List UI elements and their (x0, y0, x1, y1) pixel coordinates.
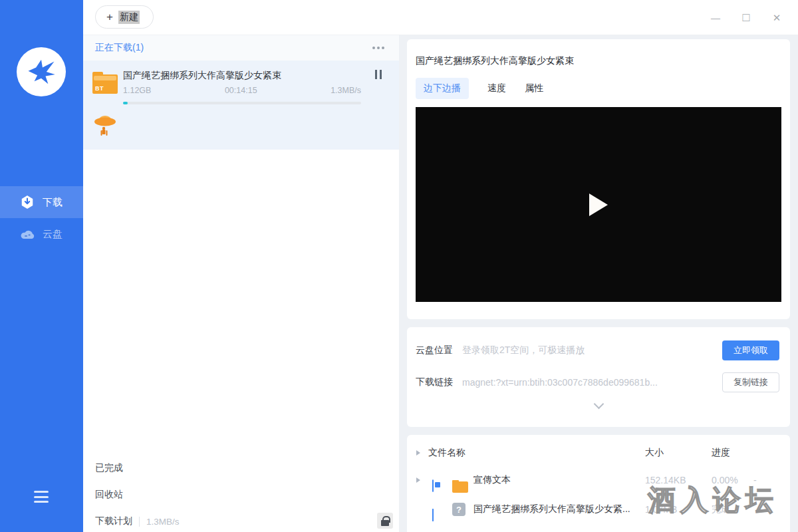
cloud-icon (20, 227, 35, 241)
maximize-icon[interactable] (739, 11, 753, 25)
download-link-label: 下载链接 (416, 376, 453, 388)
file-list-header: 文件名称 大小 进度 (407, 442, 790, 464)
app-logo (17, 47, 66, 96)
task-speed: 1.3MB/s (331, 86, 361, 95)
file-checkbox[interactable] (432, 509, 434, 521)
triangle-right-icon[interactable] (416, 477, 420, 483)
sidebar-item-recycle-bin[interactable]: 回收站 (95, 489, 123, 501)
file-extra: - (753, 475, 757, 485)
sidebar-item-download[interactable]: 下载 (0, 186, 83, 218)
task-progress-bar (123, 102, 361, 104)
hamburger-menu-icon[interactable] (34, 491, 49, 503)
tab-properties[interactable]: 属性 (525, 78, 543, 99)
file-size: 1.07MB (645, 504, 677, 515)
file-list-card: 文件名称 大小 进度 宣傳文本 152.14KB 0.00% - 国产绳艺捆绑系… (407, 435, 790, 532)
file-name: 国产绳艺捆绑系列大作高擎版少女紧... (473, 503, 630, 515)
file-progress: 0.00% (712, 475, 738, 485)
magnet-link-value: magnet:?xt=urn:btih:03c007c7886de099681b… (462, 377, 658, 388)
sidebar-item-cloud[interactable]: 云盘 (0, 218, 83, 250)
file-row-folder[interactable]: 宣傳文本 152.14KB 0.00% - (407, 466, 790, 495)
detail-tabs: 边下边播 速度 属性 (416, 78, 781, 99)
info-card: 云盘位置 登录领取2T空间，可极速播放 立即领取 下载链接 magnet:?xt… (407, 327, 790, 427)
column-file-name: 文件名称 (428, 447, 466, 459)
sidebar: 下载 云盘 (0, 0, 83, 532)
column-size: 大小 (645, 447, 664, 459)
column-progress: 进度 (712, 447, 730, 459)
ufo-icon[interactable] (92, 111, 118, 138)
minimize-icon[interactable] (709, 11, 722, 25)
file-size: 152.14KB (645, 475, 686, 485)
tab-play-while-download[interactable]: 边下边播 (416, 78, 469, 99)
chevron-down-icon (593, 399, 604, 410)
task-progress-fill (123, 102, 128, 104)
cloud-location-label: 云盘位置 (416, 344, 453, 356)
window-controls (709, 0, 783, 35)
task-time-left: 00:14:15 (225, 86, 257, 95)
ellipsis-icon[interactable] (372, 47, 384, 49)
task-size: 1.12GB (123, 86, 151, 95)
hummingbird-logo-icon (24, 55, 59, 89)
file-checkbox[interactable] (432, 479, 434, 492)
cloud-location-row: 云盘位置 登录领取2T空间，可极速播放 立即领取 (416, 340, 779, 360)
plus-icon (106, 11, 113, 24)
sidebar-item-label: 下载 (43, 196, 63, 209)
downloading-section-header[interactable]: 正在下载(1) (83, 35, 399, 61)
file-name: 宣傳文本 (473, 474, 511, 486)
new-task-label: 新建 (118, 11, 140, 24)
task-stats: 1.12GB 00:14:15 1.3MB/s (123, 86, 361, 95)
download-hexagon-icon (20, 195, 35, 209)
video-preview-area[interactable] (416, 107, 781, 302)
download-plan-label: 下载计划 (95, 515, 132, 527)
player-card: 国产绳艺捆绑系列大作高擎版少女紧束 边下边播 速度 属性 (407, 39, 790, 319)
download-task-item[interactable]: BT 国产绳艺捆绑系列大作高擎版少女紧束 1.12GB 00:14:15 1.3… (83, 61, 399, 150)
downloading-title: 正在下载(1) (95, 42, 144, 54)
pause-icon[interactable] (375, 70, 382, 79)
bt-folder-icon: BT (92, 72, 118, 94)
download-plan-speed: 1.3MB/s (139, 517, 180, 527)
download-list-panel: 正在下载(1) BT 国产绳艺捆绑系列大作高擎版少女紧束 1.12GB 00:1… (83, 35, 399, 532)
task-detail-panel: 国产绳艺捆绑系列大作高擎版少女紧束 边下边播 速度 属性 云盘位置 登录领取2T… (399, 35, 798, 532)
triangle-right-icon[interactable] (416, 450, 420, 456)
expand-details-control[interactable] (407, 400, 790, 408)
download-link-row: 下载链接 magnet:?xt=urn:btih:03c007c7886de09… (416, 372, 779, 392)
play-icon[interactable] (589, 194, 608, 216)
copy-link-button[interactable]: 复制链接 (722, 372, 779, 392)
sidebar-item-label: 云盘 (43, 228, 63, 241)
sidebar-item-completed[interactable]: 已完成 (95, 462, 123, 474)
download-plan-row[interactable]: 下载计划 1.3MB/s (95, 515, 180, 527)
bt-badge: BT (95, 85, 104, 92)
tab-speed[interactable]: 速度 (487, 78, 506, 99)
new-task-button[interactable]: 新建 (95, 5, 154, 29)
file-row-video[interactable]: 国产绳艺捆绑系列大作高擎版少女紧... 1.07MB 完成 (407, 495, 790, 524)
unknown-file-icon (452, 503, 466, 516)
task-title: 国产绳艺捆绑系列大作高擎版少女紧束 (123, 70, 362, 82)
lock-icon[interactable] (377, 513, 393, 529)
file-progress: 完成 (712, 503, 730, 515)
cloud-location-hint: 登录领取2T空间，可极速播放 (462, 344, 585, 356)
claim-now-button[interactable]: 立即领取 (722, 340, 779, 360)
topbar: 新建 (83, 0, 798, 35)
detail-title: 国产绳艺捆绑系列大作高擎版少女紧束 (416, 39, 781, 67)
close-icon[interactable] (770, 11, 783, 25)
